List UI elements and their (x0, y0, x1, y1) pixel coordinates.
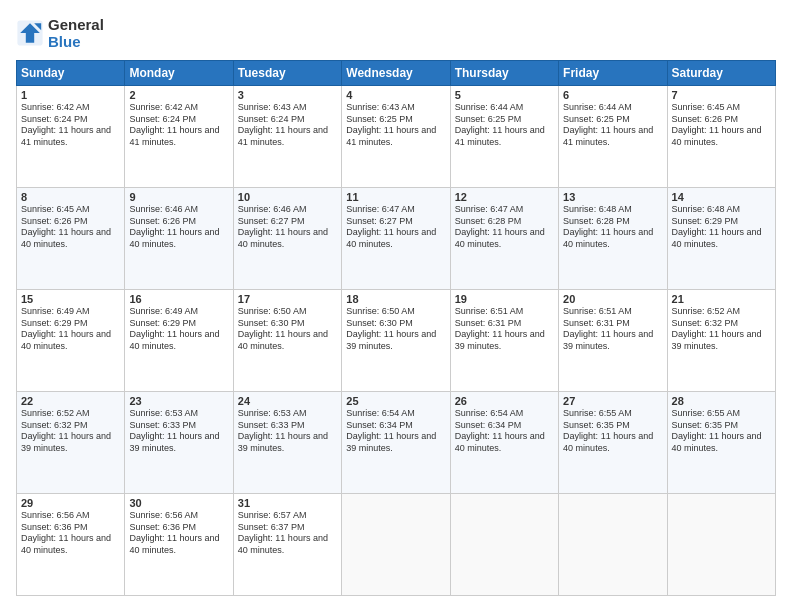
day-info: Sunrise: 6:44 AMSunset: 6:25 PMDaylight:… (563, 102, 662, 149)
calendar-header-wednesday: Wednesday (342, 61, 450, 86)
day-number: 28 (672, 395, 771, 407)
day-info: Sunrise: 6:47 AMSunset: 6:27 PMDaylight:… (346, 204, 445, 251)
calendar-header-friday: Friday (559, 61, 667, 86)
day-number: 9 (129, 191, 228, 203)
day-info: Sunrise: 6:48 AMSunset: 6:29 PMDaylight:… (672, 204, 771, 251)
calendar-cell: 7 Sunrise: 6:45 AMSunset: 6:26 PMDayligh… (667, 86, 775, 188)
calendar-cell (559, 494, 667, 596)
calendar-cell: 9 Sunrise: 6:46 AMSunset: 6:26 PMDayligh… (125, 188, 233, 290)
calendar-week-4: 22 Sunrise: 6:52 AMSunset: 6:32 PMDaylig… (17, 392, 776, 494)
day-number: 19 (455, 293, 554, 305)
calendar-cell (450, 494, 558, 596)
calendar-cell: 17 Sunrise: 6:50 AMSunset: 6:30 PMDaylig… (233, 290, 341, 392)
calendar-cell: 23 Sunrise: 6:53 AMSunset: 6:33 PMDaylig… (125, 392, 233, 494)
calendar-cell: 31 Sunrise: 6:57 AMSunset: 6:37 PMDaylig… (233, 494, 341, 596)
day-info: Sunrise: 6:53 AMSunset: 6:33 PMDaylight:… (129, 408, 228, 455)
calendar-header-sunday: Sunday (17, 61, 125, 86)
day-info: Sunrise: 6:52 AMSunset: 6:32 PMDaylight:… (21, 408, 120, 455)
calendar-cell: 22 Sunrise: 6:52 AMSunset: 6:32 PMDaylig… (17, 392, 125, 494)
calendar-cell: 11 Sunrise: 6:47 AMSunset: 6:27 PMDaylig… (342, 188, 450, 290)
calendar-week-5: 29 Sunrise: 6:56 AMSunset: 6:36 PMDaylig… (17, 494, 776, 596)
day-number: 3 (238, 89, 337, 101)
calendar-cell: 28 Sunrise: 6:55 AMSunset: 6:35 PMDaylig… (667, 392, 775, 494)
calendar-cell: 19 Sunrise: 6:51 AMSunset: 6:31 PMDaylig… (450, 290, 558, 392)
day-info: Sunrise: 6:54 AMSunset: 6:34 PMDaylight:… (346, 408, 445, 455)
day-number: 24 (238, 395, 337, 407)
calendar-cell: 10 Sunrise: 6:46 AMSunset: 6:27 PMDaylig… (233, 188, 341, 290)
day-number: 6 (563, 89, 662, 101)
day-info: Sunrise: 6:55 AMSunset: 6:35 PMDaylight:… (563, 408, 662, 455)
calendar-cell: 27 Sunrise: 6:55 AMSunset: 6:35 PMDaylig… (559, 392, 667, 494)
calendar-cell: 30 Sunrise: 6:56 AMSunset: 6:36 PMDaylig… (125, 494, 233, 596)
day-info: Sunrise: 6:56 AMSunset: 6:36 PMDaylight:… (129, 510, 228, 557)
day-number: 8 (21, 191, 120, 203)
calendar-cell: 12 Sunrise: 6:47 AMSunset: 6:28 PMDaylig… (450, 188, 558, 290)
calendar-cell: 16 Sunrise: 6:49 AMSunset: 6:29 PMDaylig… (125, 290, 233, 392)
day-number: 16 (129, 293, 228, 305)
calendar-cell: 1 Sunrise: 6:42 AMSunset: 6:24 PMDayligh… (17, 86, 125, 188)
calendar-cell: 2 Sunrise: 6:42 AMSunset: 6:24 PMDayligh… (125, 86, 233, 188)
logo: General Blue (16, 16, 104, 50)
calendar-header-row: SundayMondayTuesdayWednesdayThursdayFrid… (17, 61, 776, 86)
logo-icon (16, 19, 44, 47)
calendar-header-saturday: Saturday (667, 61, 775, 86)
day-number: 31 (238, 497, 337, 509)
day-info: Sunrise: 6:45 AMSunset: 6:26 PMDaylight:… (21, 204, 120, 251)
day-info: Sunrise: 6:51 AMSunset: 6:31 PMDaylight:… (563, 306, 662, 353)
day-info: Sunrise: 6:49 AMSunset: 6:29 PMDaylight:… (21, 306, 120, 353)
day-info: Sunrise: 6:46 AMSunset: 6:27 PMDaylight:… (238, 204, 337, 251)
calendar-cell: 6 Sunrise: 6:44 AMSunset: 6:25 PMDayligh… (559, 86, 667, 188)
day-info: Sunrise: 6:55 AMSunset: 6:35 PMDaylight:… (672, 408, 771, 455)
calendar-header-thursday: Thursday (450, 61, 558, 86)
calendar-week-3: 15 Sunrise: 6:49 AMSunset: 6:29 PMDaylig… (17, 290, 776, 392)
day-info: Sunrise: 6:43 AMSunset: 6:24 PMDaylight:… (238, 102, 337, 149)
day-info: Sunrise: 6:56 AMSunset: 6:36 PMDaylight:… (21, 510, 120, 557)
calendar-cell: 26 Sunrise: 6:54 AMSunset: 6:34 PMDaylig… (450, 392, 558, 494)
day-number: 27 (563, 395, 662, 407)
day-number: 21 (672, 293, 771, 305)
day-info: Sunrise: 6:45 AMSunset: 6:26 PMDaylight:… (672, 102, 771, 149)
calendar-week-1: 1 Sunrise: 6:42 AMSunset: 6:24 PMDayligh… (17, 86, 776, 188)
day-number: 1 (21, 89, 120, 101)
calendar-cell: 24 Sunrise: 6:53 AMSunset: 6:33 PMDaylig… (233, 392, 341, 494)
calendar-week-2: 8 Sunrise: 6:45 AMSunset: 6:26 PMDayligh… (17, 188, 776, 290)
day-number: 7 (672, 89, 771, 101)
day-info: Sunrise: 6:52 AMSunset: 6:32 PMDaylight:… (672, 306, 771, 353)
day-info: Sunrise: 6:42 AMSunset: 6:24 PMDaylight:… (129, 102, 228, 149)
calendar-cell: 15 Sunrise: 6:49 AMSunset: 6:29 PMDaylig… (17, 290, 125, 392)
day-number: 26 (455, 395, 554, 407)
day-number: 5 (455, 89, 554, 101)
day-info: Sunrise: 6:54 AMSunset: 6:34 PMDaylight:… (455, 408, 554, 455)
day-info: Sunrise: 6:44 AMSunset: 6:25 PMDaylight:… (455, 102, 554, 149)
day-number: 14 (672, 191, 771, 203)
calendar-cell: 25 Sunrise: 6:54 AMSunset: 6:34 PMDaylig… (342, 392, 450, 494)
day-number: 17 (238, 293, 337, 305)
day-number: 30 (129, 497, 228, 509)
calendar-cell (667, 494, 775, 596)
day-number: 2 (129, 89, 228, 101)
page: General Blue SundayMondayTuesdayWednesda… (0, 0, 792, 612)
day-number: 12 (455, 191, 554, 203)
day-number: 15 (21, 293, 120, 305)
calendar-cell: 13 Sunrise: 6:48 AMSunset: 6:28 PMDaylig… (559, 188, 667, 290)
header: General Blue (16, 16, 776, 50)
calendar-cell: 3 Sunrise: 6:43 AMSunset: 6:24 PMDayligh… (233, 86, 341, 188)
day-info: Sunrise: 6:57 AMSunset: 6:37 PMDaylight:… (238, 510, 337, 557)
day-info: Sunrise: 6:46 AMSunset: 6:26 PMDaylight:… (129, 204, 228, 251)
day-number: 4 (346, 89, 445, 101)
day-number: 11 (346, 191, 445, 203)
calendar-cell: 21 Sunrise: 6:52 AMSunset: 6:32 PMDaylig… (667, 290, 775, 392)
logo-text: General Blue (48, 16, 104, 50)
calendar-cell: 14 Sunrise: 6:48 AMSunset: 6:29 PMDaylig… (667, 188, 775, 290)
day-info: Sunrise: 6:53 AMSunset: 6:33 PMDaylight:… (238, 408, 337, 455)
day-number: 13 (563, 191, 662, 203)
day-info: Sunrise: 6:51 AMSunset: 6:31 PMDaylight:… (455, 306, 554, 353)
day-info: Sunrise: 6:50 AMSunset: 6:30 PMDaylight:… (346, 306, 445, 353)
day-number: 25 (346, 395, 445, 407)
day-info: Sunrise: 6:47 AMSunset: 6:28 PMDaylight:… (455, 204, 554, 251)
calendar-cell: 18 Sunrise: 6:50 AMSunset: 6:30 PMDaylig… (342, 290, 450, 392)
day-info: Sunrise: 6:48 AMSunset: 6:28 PMDaylight:… (563, 204, 662, 251)
day-info: Sunrise: 6:49 AMSunset: 6:29 PMDaylight:… (129, 306, 228, 353)
calendar-cell (342, 494, 450, 596)
day-number: 20 (563, 293, 662, 305)
